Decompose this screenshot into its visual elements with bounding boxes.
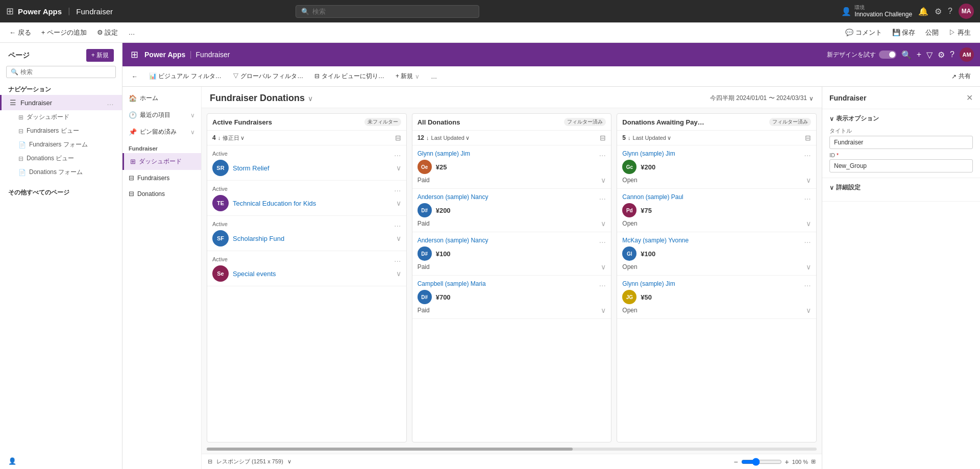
card-tech-ed-link[interactable]: Technical Education for Kids xyxy=(233,200,316,207)
don-card-glynn-25-more-icon[interactable]: … xyxy=(599,150,606,158)
don-card-glynn-25-name[interactable]: Glynn (sample) Jim xyxy=(418,150,470,157)
don-card-anderson-100-more-icon[interactable]: … xyxy=(599,236,606,244)
awaiting-mckay-100-name[interactable]: McKay (sample) Yvonne xyxy=(622,237,689,244)
settings-icon[interactable]: ⚙ xyxy=(935,7,942,16)
zoom-plus-button[interactable]: + xyxy=(785,458,789,466)
awaiting-cannon-75-more-icon[interactable]: … xyxy=(804,193,811,201)
don-card-anderson-100-name[interactable]: Anderson (sample) Nancy xyxy=(418,237,488,244)
don-card-anderson-200-name[interactable]: Anderson (sample) Nancy xyxy=(418,193,488,201)
save-button[interactable]: 💾 保存 xyxy=(889,26,919,39)
try-toggle[interactable] xyxy=(879,51,896,59)
awaiting-glynn-200-more-icon[interactable]: … xyxy=(804,150,811,158)
zoom-fit-icon[interactable]: ⊞ xyxy=(811,458,816,465)
rp-id-input[interactable] xyxy=(829,159,973,172)
more-options-button[interactable]: … xyxy=(427,71,441,82)
sidebar-item-fundraiser[interactable]: ☰ Fundraiser … xyxy=(0,95,122,110)
card-storm-relief-expand-icon[interactable]: ∨ xyxy=(396,164,401,172)
col1-view-icon[interactable]: ⊟ xyxy=(395,134,401,142)
card-tech-ed-more-icon[interactable]: … xyxy=(394,185,401,193)
card-scholarship-link[interactable]: Scholarship Fund xyxy=(233,235,284,242)
card-scholarship-more-icon[interactable]: … xyxy=(394,220,401,228)
inner-nav-dashboard[interactable]: ⊞ ダッシュボード xyxy=(122,153,201,170)
inner-hamburger-icon[interactable]: ⊞ xyxy=(129,49,140,60)
inner-settings-icon[interactable]: ⚙ xyxy=(938,50,945,60)
inner-filter-icon[interactable]: ▽ xyxy=(926,50,933,60)
responsive-chevron-icon[interactable]: ∨ xyxy=(287,458,291,465)
sidebar-search-input[interactable] xyxy=(20,68,111,76)
col2-sort-button[interactable]: Last Updated ∨ xyxy=(431,135,470,141)
col1-sort-button[interactable]: 修正日 ∨ xyxy=(223,134,244,142)
don-card-campbell-700-more-icon[interactable]: … xyxy=(599,280,606,288)
awaiting-glynn-200-name[interactable]: Glynn (sample) Jim xyxy=(622,150,675,157)
card-tech-ed-expand-icon[interactable]: ∨ xyxy=(396,199,401,207)
card-storm-relief-link[interactable]: Storm Relief xyxy=(233,164,270,172)
inner-user-avatar[interactable]: AM xyxy=(960,47,974,62)
inner-help-icon[interactable]: ? xyxy=(950,50,954,59)
zoom-minus-button[interactable]: − xyxy=(733,458,738,466)
inner-nav-fundraisers[interactable]: ⊟ Fundraisers xyxy=(122,170,201,186)
inner-nav-recent[interactable]: 🕐 最近の項目 ∨ xyxy=(122,107,201,124)
inner-add-icon[interactable]: + xyxy=(917,50,921,59)
horizontal-scrollbar[interactable] xyxy=(207,448,817,451)
comment-button[interactable]: 💬 コメント xyxy=(842,26,885,39)
rp-title-input[interactable] xyxy=(829,136,973,149)
col3-view-icon[interactable]: ⊟ xyxy=(805,134,811,142)
fundraiser-more-icon[interactable]: … xyxy=(107,98,114,107)
col3-sort-button[interactable]: Last Updated ∨ xyxy=(633,135,671,141)
awaiting-cannon-75-name[interactable]: Cannon (sample) Paul xyxy=(622,193,683,201)
don-card-anderson-200-expand-icon[interactable]: ∨ xyxy=(601,219,606,228)
sidebar-item-fundraisers-form[interactable]: 📄 Fundraisers フォーム xyxy=(0,138,122,152)
sidebar-item-donations-form[interactable]: 📄 Donations フォーム xyxy=(0,165,122,179)
awaiting-mckay-100-expand-icon[interactable]: ∨ xyxy=(806,263,811,271)
inner-back-button[interactable]: ← xyxy=(128,71,142,82)
sidebar-user-icon[interactable]: 👤 xyxy=(0,453,122,469)
card-scholarship-expand-icon[interactable]: ∨ xyxy=(396,234,401,242)
don-card-anderson-100-expand-icon[interactable]: ∨ xyxy=(601,263,606,271)
awaiting-glynn-200-expand-icon[interactable]: ∨ xyxy=(806,176,811,184)
awaiting-glynn-50-expand-icon[interactable]: ∨ xyxy=(806,306,811,314)
inner-nav-pinned[interactable]: 📌 ピン留め済み ∨ xyxy=(122,124,201,140)
inner-search-icon[interactable]: 🔍 xyxy=(901,50,912,60)
awaiting-glynn-50-name[interactable]: Glynn (sample) Jim xyxy=(622,280,675,287)
share-button[interactable]: ↗ 共有 xyxy=(947,70,975,83)
search-input[interactable] xyxy=(312,8,474,15)
awaiting-mckay-100-more-icon[interactable]: … xyxy=(804,236,811,244)
new-button[interactable]: + 新規 ∨ xyxy=(391,70,424,83)
col2-view-icon[interactable]: ⊟ xyxy=(600,134,606,142)
zoom-slider[interactable] xyxy=(741,458,782,466)
don-card-glynn-25-expand-icon[interactable]: ∨ xyxy=(601,176,606,184)
don-card-anderson-200-more-icon[interactable]: … xyxy=(599,193,606,201)
card-storm-relief-more-icon[interactable]: … xyxy=(394,150,401,158)
awaiting-cannon-75-expand-icon[interactable]: ∨ xyxy=(806,219,811,228)
more-button[interactable]: … xyxy=(125,27,138,38)
add-page-button[interactable]: + ページの追加 xyxy=(38,26,90,39)
sidebar-new-button[interactable]: + 新規 xyxy=(86,49,114,62)
sidebar-item-dashboard[interactable]: ⊞ ダッシュボード xyxy=(0,110,122,124)
tile-view-button[interactable]: ⊟ タイル ビューに切り… xyxy=(310,70,388,83)
right-panel-close-button[interactable]: ✕ xyxy=(966,93,973,103)
publish-button[interactable]: 公開 xyxy=(922,26,942,39)
sidebar-item-donations-view[interactable]: ⊟ Donations ビュー xyxy=(0,152,122,165)
grid-icon[interactable]: ⊞ xyxy=(6,6,14,17)
inner-nav-donations[interactable]: ⊟ Donations xyxy=(122,186,201,202)
awaiting-glynn-50-more-icon[interactable]: … xyxy=(804,280,811,288)
global-filter-button[interactable]: ▽ グローバル フィルタ… xyxy=(229,70,308,83)
user-avatar[interactable]: MA xyxy=(959,4,974,19)
back-button[interactable]: ← 戻る xyxy=(6,26,34,39)
card-special-events-more-icon[interactable]: … xyxy=(394,255,401,263)
help-icon[interactable]: ? xyxy=(948,7,952,16)
dashboard-date-chevron-icon[interactable]: ∨ xyxy=(809,95,814,102)
visual-filter-button[interactable]: 📊 ビジュアル フィルタ… xyxy=(145,70,226,83)
card-special-events-expand-icon[interactable]: ∨ xyxy=(396,269,401,278)
bell-icon[interactable]: 🔔 xyxy=(918,7,928,16)
card-special-events-link[interactable]: Special events xyxy=(233,270,276,278)
rp-detail-settings-header[interactable]: ∨ 詳細設定 xyxy=(829,183,973,192)
settings-button[interactable]: ⚙ 設定 xyxy=(94,26,121,39)
don-card-campbell-700-expand-icon[interactable]: ∨ xyxy=(601,306,606,314)
sidebar-item-fundraisers-view[interactable]: ⊟ Fundraisers ビュー xyxy=(0,124,122,138)
don-card-campbell-700-name[interactable]: Campbell (sample) Maria xyxy=(418,280,486,287)
play-button[interactable]: ▷ 再生 xyxy=(946,26,974,39)
rp-display-options-header[interactable]: ∨ 表示オプション xyxy=(829,114,973,123)
dashboard-title-chevron-icon[interactable]: ∨ xyxy=(308,94,313,103)
inner-nav-home[interactable]: 🏠 ホーム xyxy=(122,90,201,107)
